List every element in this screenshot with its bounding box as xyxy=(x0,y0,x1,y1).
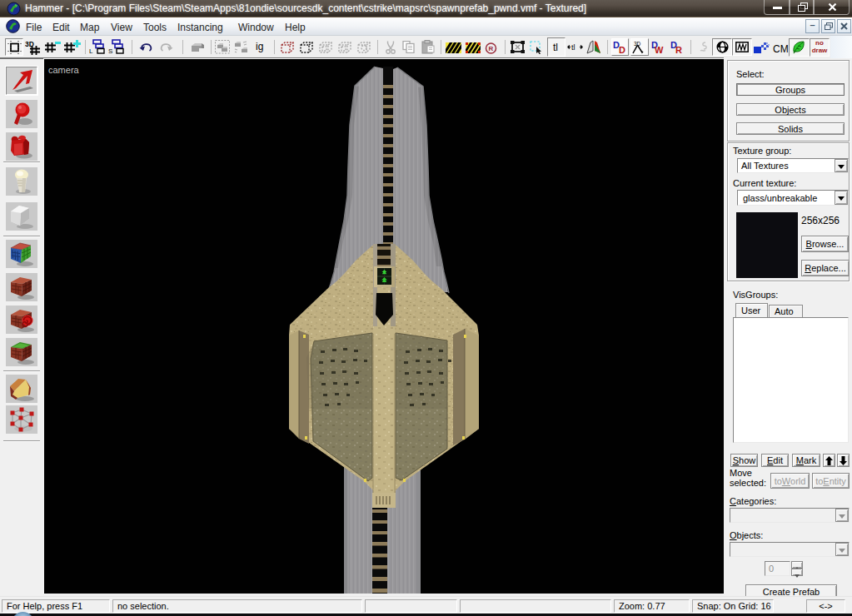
svg-text:tl: tl xyxy=(571,43,575,52)
svg-text:S: S xyxy=(108,47,112,55)
svg-text:W: W xyxy=(655,45,664,55)
svg-text:D: D xyxy=(619,45,625,55)
svg-text:L: L xyxy=(89,47,93,55)
svg-text:R: R xyxy=(675,45,682,55)
svg-text:R: R xyxy=(489,45,494,52)
